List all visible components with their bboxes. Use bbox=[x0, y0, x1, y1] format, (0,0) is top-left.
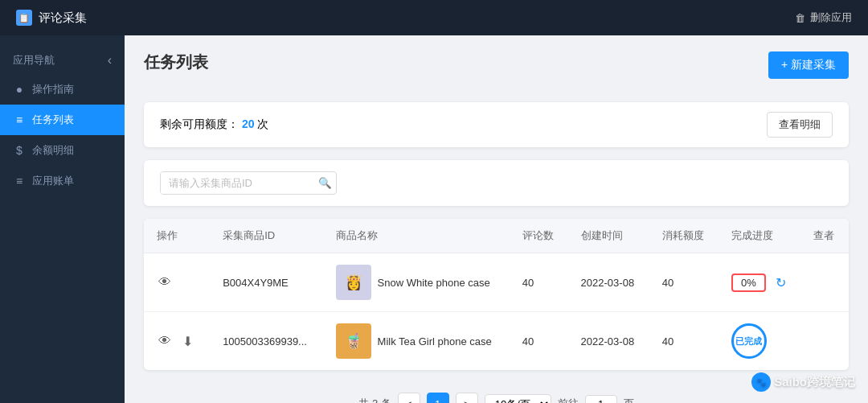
col-product-id: 采集商品ID bbox=[210, 219, 322, 253]
col-action: 操作 bbox=[144, 219, 210, 253]
row1-progress-cell: 0% ↻ bbox=[719, 253, 800, 312]
quota-icon: $ bbox=[13, 144, 26, 157]
search-input[interactable] bbox=[161, 172, 312, 194]
sidebar-collapse-button[interactable]: ‹ bbox=[108, 53, 112, 68]
row2-product-name: Milk Tea Girl phone case bbox=[378, 335, 492, 347]
quota-unit: 次 bbox=[257, 117, 268, 130]
col-quota-used: 消耗额度 bbox=[649, 219, 719, 253]
page-title: 任务列表 bbox=[144, 51, 208, 73]
sidebar-item-quota[interactable]: $ 余额明细 bbox=[0, 135, 125, 166]
sidebar-item-tasks[interactable]: ≡ 任务列表 bbox=[0, 105, 125, 135]
col-product-name: 商品名称 bbox=[323, 219, 510, 253]
page-size-select[interactable]: 10条/页 20条/页 50条/页 bbox=[485, 394, 551, 404]
quota-count: 20 bbox=[242, 117, 255, 130]
search-bar: 🔍 bbox=[144, 160, 849, 206]
row2-quota-used: 40 bbox=[649, 312, 719, 371]
content-header: 任务列表 + 新建采集 bbox=[144, 51, 849, 89]
col-viewer: 查者 bbox=[800, 219, 849, 253]
row2-product-name-wrap: 🧋 Milk Tea Girl phone case bbox=[336, 323, 497, 359]
sidebar-title: 应用导航 bbox=[13, 53, 55, 68]
sidebar-item-guide[interactable]: ● 操作指南 bbox=[0, 74, 125, 105]
pagination-total: 共 2 条 bbox=[358, 397, 391, 403]
row2-viewer bbox=[800, 312, 849, 371]
app-title: 评论采集 bbox=[39, 10, 87, 26]
row1-product-name-wrap: 👸 Snow White phone case bbox=[336, 265, 497, 300]
layout: 应用导航 ‹ ● 操作指南 ≡ 任务列表 $ 余额明细 ≡ 应用账单 任务列表 … bbox=[0, 35, 868, 403]
row1-progress-wrap: 0% ↻ bbox=[731, 273, 788, 292]
table-row: 👁 ⬇ 1005003369939... 🧋 Milk Tea Girl pho… bbox=[144, 312, 849, 371]
row1-actions: 👁 bbox=[157, 274, 197, 290]
row1-product-thumb: 👸 bbox=[336, 265, 371, 300]
sidebar-item-account[interactable]: ≡ 应用账单 bbox=[0, 166, 125, 196]
quota-info: 剩余可用额度： 20 次 bbox=[160, 117, 268, 132]
col-comment-count: 评论数 bbox=[510, 219, 568, 253]
next-page-button[interactable]: > bbox=[456, 393, 478, 403]
delete-app-button[interactable]: 🗑 删除应用 bbox=[795, 10, 852, 25]
search-button[interactable]: 🔍 bbox=[312, 172, 337, 194]
goto-page-input[interactable] bbox=[585, 395, 617, 404]
row2-action-cell: 👁 ⬇ bbox=[144, 312, 210, 371]
row1-product-id: B004X4Y9ME bbox=[210, 253, 322, 312]
page-unit-label: 页 bbox=[624, 397, 634, 403]
topbar-left: 📋 评论采集 bbox=[16, 10, 87, 26]
row1-created-time: 2022-03-08 bbox=[568, 253, 649, 312]
new-task-button[interactable]: + 新建采集 bbox=[768, 51, 849, 79]
row1-refresh-icon[interactable]: ↻ bbox=[776, 275, 786, 290]
tasks-icon: ≡ bbox=[13, 113, 26, 126]
delete-app-label: 删除应用 bbox=[810, 10, 852, 25]
task-table: 操作 采集商品ID 商品名称 评论数 创建时间 消耗额度 完成进度 查者 bbox=[144, 219, 849, 370]
row2-created-time: 2022-03-08 bbox=[568, 312, 649, 371]
col-progress: 完成进度 bbox=[719, 219, 800, 253]
guide-icon: ● bbox=[13, 83, 26, 96]
sidebar-item-tasks-label: 任务列表 bbox=[32, 113, 74, 127]
topbar: 📋 评论采集 🗑 删除应用 bbox=[0, 0, 868, 35]
row2-thumb-art: 🧋 bbox=[336, 323, 371, 359]
col-created-time: 创建时间 bbox=[568, 219, 649, 253]
row2-view-icon[interactable]: 👁 bbox=[157, 333, 173, 349]
row1-viewer bbox=[800, 253, 849, 312]
row1-product-name-cell: 👸 Snow White phone case bbox=[323, 253, 510, 312]
quota-bar: 剩余可用额度： 20 次 查看明细 bbox=[144, 102, 849, 147]
row2-progress-cell: 已完成 bbox=[719, 312, 800, 371]
row2-completed-circle: 已完成 bbox=[731, 323, 767, 359]
row1-quota-used: 40 bbox=[649, 253, 719, 312]
row2-product-id: 1005003369939... bbox=[210, 312, 322, 371]
row1-product-name: Snow White phone case bbox=[378, 277, 490, 289]
table-header-row: 操作 采集商品ID 商品名称 评论数 创建时间 消耗额度 完成进度 查者 bbox=[144, 219, 849, 253]
account-icon: ≡ bbox=[13, 175, 26, 187]
row2-comment-count: 40 bbox=[510, 312, 568, 371]
row1-action-cell: 👁 bbox=[144, 253, 210, 312]
trash-icon: 🗑 bbox=[795, 12, 805, 24]
row1-thumb-art: 👸 bbox=[336, 265, 371, 300]
search-input-wrap: 🔍 bbox=[160, 171, 337, 195]
current-page-button[interactable]: 1 bbox=[427, 393, 449, 403]
sidebar-item-guide-label: 操作指南 bbox=[32, 82, 74, 97]
table-row: 👁 B004X4Y9ME 👸 Snow White phone case bbox=[144, 253, 849, 312]
row1-view-icon[interactable]: 👁 bbox=[157, 274, 173, 290]
quota-label: 剩余可用额度： bbox=[160, 117, 239, 130]
app-icon: 📋 bbox=[16, 10, 32, 26]
row1-progress-box: 0% bbox=[731, 273, 766, 292]
row2-actions: 👁 ⬇ bbox=[157, 333, 197, 349]
main-content: 任务列表 + 新建采集 剩余可用额度： 20 次 查看明细 🔍 bbox=[125, 35, 868, 403]
pagination: 共 2 条 < 1 > 10条/页 20条/页 50条/页 前往 页 bbox=[144, 383, 849, 403]
goto-label: 前往 bbox=[558, 397, 579, 403]
row2-product-name-cell: 🧋 Milk Tea Girl phone case bbox=[323, 312, 510, 371]
view-detail-button[interactable]: 查看明细 bbox=[767, 112, 833, 138]
sidebar-header: 应用导航 ‹ bbox=[0, 43, 125, 74]
row2-product-thumb: 🧋 bbox=[336, 323, 371, 359]
sidebar-item-account-label: 应用账单 bbox=[32, 174, 74, 188]
row1-comment-count: 40 bbox=[510, 253, 568, 312]
prev-page-button[interactable]: < bbox=[398, 393, 420, 403]
sidebar: 应用导航 ‹ ● 操作指南 ≡ 任务列表 $ 余额明细 ≡ 应用账单 bbox=[0, 35, 125, 403]
sidebar-item-quota-label: 余额明细 bbox=[32, 143, 74, 158]
row2-download-icon[interactable]: ⬇ bbox=[179, 333, 195, 349]
